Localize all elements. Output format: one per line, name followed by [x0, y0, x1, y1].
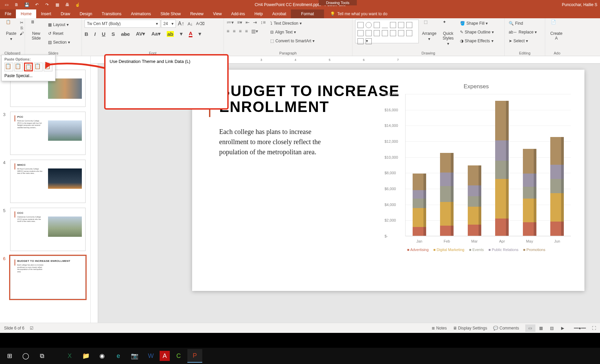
- align-text-button[interactable]: ⊟Align Text ▾: [269, 28, 316, 36]
- qat-home-icon[interactable]: ▭: [2, 1, 11, 9]
- increase-font-icon[interactable]: A↑: [177, 20, 186, 27]
- font-size-combo[interactable]: 24▾: [161, 20, 176, 28]
- indent-dec-button[interactable]: ⇤: [246, 20, 250, 25]
- replace-button[interactable]: ab↔Replace ▾: [507, 28, 542, 36]
- tab-review[interactable]: Review: [185, 9, 208, 18]
- create-pdf-button[interactable]: 📄Create A: [548, 20, 565, 41]
- camtasia-icon[interactable]: C: [171, 349, 186, 363]
- start-button[interactable]: ⊞: [2, 349, 17, 363]
- tab-transitions[interactable]: Transitions: [97, 9, 126, 18]
- numbering-button[interactable]: ≡▾: [237, 20, 242, 25]
- slide-thumb[interactable]: 4 MHCC Mt Hood Community College (MHCC) …: [10, 160, 86, 203]
- section-button[interactable]: ▤Section ▾: [47, 39, 71, 46]
- slide-thumb[interactable]: 3 PCC Parkrose Community College (PCC) i…: [10, 112, 86, 155]
- expenses-chart[interactable]: Expenses $-$2,000$4,000$6,000$8,000$10,0…: [382, 83, 571, 259]
- quick-styles-button[interactable]: ✦Quick Styles▾: [440, 20, 457, 46]
- align-right-button[interactable]: ≡: [239, 28, 241, 34]
- qat-redo-icon[interactable]: ↷: [43, 1, 51, 9]
- new-slide-button[interactable]: 🗏 New Slide: [28, 20, 45, 41]
- acrobat-icon[interactable]: A: [160, 351, 170, 361]
- tab-acrobat[interactable]: Acrobat: [268, 9, 291, 18]
- qat-touch-icon[interactable]: ☝: [73, 1, 82, 9]
- normal-view-button[interactable]: ▭: [525, 324, 535, 332]
- shapes-gallery[interactable]: ▾: [355, 20, 419, 43]
- paste-option-2[interactable]: 📋: [14, 63, 23, 71]
- shape-outline-button[interactable]: ✎Shape Outline ▾: [459, 28, 495, 36]
- excel-icon[interactable]: X: [62, 349, 77, 363]
- task-view-button[interactable]: ⧉: [34, 349, 49, 363]
- highlight-button[interactable]: ab: [167, 31, 174, 37]
- tab-file[interactable]: File: [0, 9, 16, 18]
- align-center-button[interactable]: ≡: [233, 28, 235, 34]
- qat-slideshow-icon[interactable]: ▦: [53, 1, 62, 9]
- spell-check-icon[interactable]: ☑: [30, 326, 33, 331]
- paste-option-1[interactable]: 📋: [4, 63, 13, 71]
- slide[interactable]: BUDGET TO INCREASE ENROLLMENT Each colle…: [192, 70, 584, 291]
- tab-format[interactable]: Format: [296, 9, 319, 18]
- bold-button[interactable]: B: [85, 31, 88, 37]
- slideshow-view-button[interactable]: ▶: [558, 324, 568, 332]
- decrease-font-icon[interactable]: A↓: [186, 20, 194, 27]
- slide-thumb[interactable]: 5 CCC Clackamas Community College (CCC) …: [10, 208, 86, 251]
- select-button[interactable]: ➤Select ▾: [507, 37, 542, 45]
- smartart-button[interactable]: ⬚Convert to SmartArt ▾: [269, 37, 316, 45]
- font-color-button[interactable]: A: [189, 30, 192, 37]
- find-button[interactable]: 🔍Find: [507, 20, 542, 27]
- tab-draw[interactable]: Draw: [56, 9, 75, 18]
- tab-insert[interactable]: Insert: [36, 9, 56, 18]
- tab-view[interactable]: View: [208, 9, 227, 18]
- paste-special-menu[interactable]: Paste Special...: [4, 73, 52, 78]
- cut-icon[interactable]: ✂: [20, 20, 23, 25]
- tab-addins[interactable]: Add-ins: [227, 9, 250, 18]
- powerpoint-icon[interactable]: P: [187, 349, 202, 363]
- char-spacing-button[interactable]: AV▾: [136, 31, 145, 37]
- underline-button[interactable]: U: [102, 31, 106, 37]
- fit-window-button[interactable]: ⛶: [592, 326, 596, 331]
- tab-help[interactable]: Help: [250, 9, 268, 18]
- tab-design[interactable]: Design: [75, 9, 97, 18]
- chrome-icon[interactable]: ◉: [95, 349, 110, 363]
- shape-effects-button[interactable]: ◑Shape Effects ▾: [459, 37, 495, 45]
- file-explorer-icon[interactable]: 📁: [78, 349, 93, 363]
- copy-icon[interactable]: ⎘: [21, 26, 23, 30]
- layout-button[interactable]: ▦Layout ▾: [47, 21, 71, 28]
- qat-undo-icon[interactable]: ↶: [32, 1, 41, 9]
- columns-button[interactable]: ▥▾: [251, 28, 258, 34]
- display-settings-button[interactable]: 🖥 Display Settings: [453, 326, 487, 331]
- italic-button[interactable]: I: [94, 31, 96, 37]
- cortana-button[interactable]: ◯: [18, 349, 33, 363]
- reset-button[interactable]: ↺Reset: [47, 30, 71, 37]
- tab-slideshow[interactable]: Slide Show: [156, 9, 185, 18]
- paste-button[interactable]: 📋 Paste ▾: [3, 20, 20, 41]
- qat-print-icon[interactable]: 🖶: [63, 1, 72, 9]
- sorter-view-button[interactable]: ▦: [536, 324, 546, 332]
- line-spacing-button[interactable]: ↕≡: [260, 20, 266, 25]
- change-case-button[interactable]: Aa▾: [151, 31, 160, 37]
- ie-icon[interactable]: e: [111, 349, 126, 363]
- font-name-combo[interactable]: Tw Cen MT (Body)▾: [85, 20, 160, 28]
- word-icon[interactable]: W: [143, 349, 158, 363]
- clear-format-icon[interactable]: A⌫: [195, 20, 206, 27]
- justify-button[interactable]: ≡: [245, 28, 248, 34]
- qat-new-icon[interactable]: 🗎: [12, 1, 21, 9]
- slide-thumb-current[interactable]: 6 BUDGET TO INCREASE ENROLLMENT Each col…: [10, 256, 86, 299]
- indent-inc-button[interactable]: ⇥: [253, 20, 257, 25]
- paste-option-link-data[interactable]: 📋: [24, 63, 33, 71]
- notes-button[interactable]: ≣ Notes: [432, 326, 447, 331]
- shadow-button[interactable]: S: [112, 31, 115, 37]
- tab-animations[interactable]: Animations: [126, 9, 156, 18]
- reading-view-button[interactable]: ▤: [547, 324, 557, 332]
- slide-body-text[interactable]: Each college has plans to increase enrol…: [219, 127, 331, 157]
- paste-option-4[interactable]: 📋: [34, 63, 43, 71]
- arrange-button[interactable]: ⬚Arrange▾: [421, 20, 438, 41]
- strike-button[interactable]: abc: [121, 31, 130, 37]
- zoom-slider[interactable]: ━━●━━: [574, 326, 586, 331]
- camera-icon[interactable]: 📷: [127, 349, 142, 363]
- format-painter-icon[interactable]: 🖌: [20, 31, 24, 36]
- shape-fill-button[interactable]: 🪣Shape Fill ▾: [459, 20, 495, 27]
- tab-home[interactable]: Home: [16, 9, 36, 18]
- comments-button[interactable]: 💬 Comments: [493, 326, 519, 331]
- tell-me[interactable]: 💡 Tell me what you want to do: [330, 12, 387, 18]
- text-direction-button[interactable]: ⤵Text Direction ▾: [269, 20, 316, 27]
- align-left-button[interactable]: ≡: [227, 28, 229, 34]
